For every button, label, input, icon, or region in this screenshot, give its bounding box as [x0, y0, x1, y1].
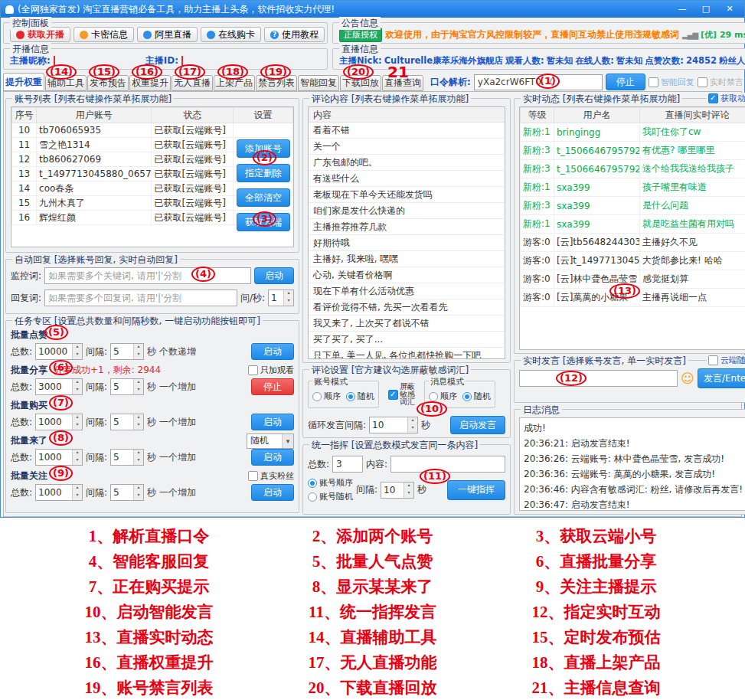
spinner-down-icon[interactable]: ▾ [73, 492, 82, 500]
buy-total-value[interactable] [36, 414, 72, 430]
comment-item[interactable]: 主播推荐推荐几款 [309, 219, 505, 235]
spinner-down-icon[interactable]: ▾ [73, 457, 82, 465]
unified-total-input[interactable] [332, 456, 363, 473]
spinner-down-icon[interactable]: ▾ [284, 298, 293, 306]
start-speaking-button[interactable]: 启动发言 [450, 416, 505, 434]
message-order-radio[interactable]: 顺序 [429, 391, 457, 402]
close-button[interactable]: ✕ [720, 1, 740, 18]
spinner-down-icon[interactable]: ▾ [134, 352, 143, 359]
unified-order-radio[interactable]: 账号顺序 [308, 477, 353, 489]
spinner-down-icon[interactable]: ▾ [134, 387, 143, 394]
maximize-button[interactable]: □ [696, 1, 716, 18]
comment-item[interactable]: 只下单, 美一人见, 各位也都快抢购一下吧 [309, 348, 505, 359]
comment-item[interactable]: 心动, 关键看价格啊 [309, 267, 505, 283]
stop-button[interactable]: 停止 [606, 74, 645, 90]
come-start-button[interactable]: 启动 [251, 449, 294, 466]
tutorial-button[interactable]: ? 使用教程 [264, 27, 325, 42]
comment-item[interactable]: 看着不错 [309, 123, 505, 139]
realtime-row[interactable]: 游客:0 [云]tb5648244303 主播好久不见 [521, 234, 745, 252]
reply-words-input[interactable] [44, 289, 237, 306]
realtime-row[interactable]: 新粉:3 t_1506646795792_... 有优惠? 哪里哪里 [521, 142, 745, 160]
spinner-down-icon[interactable]: ▾ [134, 492, 143, 500]
comment-item[interactable]: 看评价觉得不错, 先买一次看看先 [309, 299, 505, 316]
loop-interval-value[interactable] [370, 417, 407, 433]
tab[interactable]: 提升权重 [3, 73, 44, 91]
delete-selected-button[interactable]: 指定删除 [237, 164, 290, 182]
unified-interval-value[interactable] [381, 482, 404, 498]
follow-total-value[interactable] [36, 485, 72, 500]
follow-start-button[interactable]: 启动 [251, 484, 294, 501]
come-interval-value[interactable] [111, 450, 133, 465]
auto-reply-start-button[interactable]: 启动 [254, 267, 294, 284]
like-interval-value[interactable] [111, 344, 133, 359]
spinner-down-icon[interactable]: ▾ [404, 490, 413, 498]
get-dynamics-checkbox[interactable]: 获取动态 [707, 93, 745, 104]
realtime-mute-checkbox[interactable]: 实时禁言 [698, 77, 743, 88]
loop-interval-stepper[interactable]: ▴▾ [369, 417, 418, 433]
comment-item[interactable]: 买了买了, 买了... [309, 332, 505, 348]
buy-interval-stepper[interactable]: ▴▾ [110, 414, 144, 430]
share-interval-value[interactable] [111, 379, 133, 394]
spinner-down-icon[interactable]: ▾ [73, 352, 82, 359]
realtime-row[interactable]: 新粉:1 bringingg 我盯住你了cw [521, 123, 745, 142]
come-total-value[interactable] [36, 450, 72, 465]
spinner-down-icon[interactable]: ▾ [73, 422, 82, 430]
smart-reply-checkbox[interactable]: 智能回复 [649, 77, 694, 88]
unified-interval-stepper[interactable]: ▴▾ [381, 482, 414, 499]
buy-interval-value[interactable] [111, 414, 133, 430]
view-only-checkbox[interactable]: 只加观看 [248, 365, 294, 376]
come-total-stepper[interactable]: ▴▾ [35, 449, 83, 466]
follow-interval-value[interactable] [111, 485, 133, 500]
ali-live-button[interactable]: 阿里直播 [137, 27, 198, 42]
spinner-up-icon[interactable]: ▴ [404, 482, 413, 490]
comment-item[interactable]: 老板现在下单今天还能发货吗 [309, 187, 505, 203]
cloud-random-checkbox[interactable]: 云端随机 [707, 355, 745, 366]
one-key-command-button[interactable]: 一键指挥 [447, 480, 505, 500]
account-random-radio[interactable]: 随机 [346, 391, 374, 402]
realtime-row[interactable]: 游客:0 [云]t_14977130458... 大货郎参比来! 哈哈 [521, 252, 745, 270]
comment-item[interactable]: 咱们家是发什么快递的 [309, 203, 505, 219]
realtime-row[interactable]: 新粉:1 sxa399 孩子嘴里有味道 [521, 178, 745, 197]
share-total-value[interactable] [36, 379, 72, 394]
buy-total-stepper[interactable]: ▴▾ [35, 414, 83, 430]
clear-all-button[interactable]: 全部清空 [237, 188, 290, 207]
account-order-radio[interactable]: 顺序 [312, 391, 341, 402]
comment-item[interactable]: 关一个 [309, 139, 505, 155]
comment-item[interactable]: 我又来了, 上次买了都说不错 [309, 316, 505, 332]
buy-start-button[interactable]: 启动 [251, 414, 294, 430]
unified-random-radio[interactable]: 账号随机 [308, 491, 353, 502]
realtime-row[interactable]: 新粉:1 sxa399 就是吃益生菌有用对吗 [521, 215, 745, 234]
realtime-row[interactable]: 新粉:3 sxa399 是什么问题 [521, 197, 745, 215]
spinner-down-icon[interactable]: ▾ [134, 422, 143, 430]
message-random-radio[interactable]: 随机 [462, 391, 491, 402]
come-mode-select[interactable]: 随机▾ [247, 433, 294, 449]
comment-item[interactable]: 主播好, 我来啦, 嘿嘿 [309, 251, 505, 267]
real-fans-checkbox[interactable]: 真实粉丝 [248, 470, 294, 482]
follow-total-stepper[interactable]: ▴▾ [35, 484, 83, 501]
spinner-down-icon[interactable]: ▾ [73, 387, 82, 394]
send-speech-button[interactable]: 发言/Enter [698, 368, 745, 388]
minimize-button[interactable]: — [672, 1, 692, 18]
reply-interval-value[interactable] [269, 290, 283, 306]
like-total-stepper[interactable]: ▴▾ [35, 343, 83, 360]
unified-content-input[interactable] [390, 456, 505, 473]
share-stop-button[interactable]: 停止 [251, 378, 294, 395]
comment-item[interactable]: 广东包邮的吧。 [309, 155, 505, 171]
share-interval-stepper[interactable]: ▴▾ [110, 378, 144, 395]
comment-item[interactable]: 有送些什么 [309, 171, 505, 187]
realtime-row[interactable]: 新粉:3 t_1506646795792_... 送个给我我送给我孩子 [521, 160, 745, 178]
like-total-value[interactable] [36, 344, 72, 359]
emoji-smiley-icon[interactable]: ☺ [681, 372, 694, 385]
like-start-button[interactable]: 启动 [251, 343, 294, 360]
come-interval-stepper[interactable]: ▴▾ [110, 449, 144, 466]
spinner-down-icon[interactable]: ▾ [408, 425, 417, 433]
card-key-info-button[interactable]: 卡密信息 [74, 27, 134, 42]
block-sensitive-checkbox[interactable]: 屏蔽 敏感 词汇 [388, 383, 415, 406]
spinner-down-icon[interactable]: ▾ [134, 457, 143, 465]
follow-interval-stepper[interactable]: ▴▾ [110, 484, 144, 501]
like-interval-stepper[interactable]: ▴▾ [110, 343, 144, 360]
comment-item[interactable]: 现在下单有什么活动优惠 [309, 283, 505, 299]
reply-interval-stepper[interactable]: ▴▾ [268, 289, 294, 306]
speech-input[interactable] [519, 370, 678, 387]
tab[interactable]: 智能回复 [298, 75, 339, 91]
